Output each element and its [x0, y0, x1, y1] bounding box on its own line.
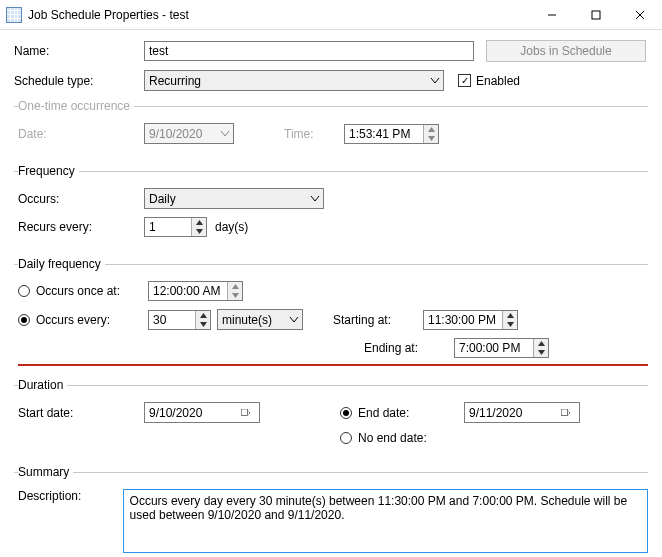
- enabled-label: Enabled: [476, 74, 520, 88]
- onetime-time-label: Time:: [284, 127, 344, 141]
- spin-down-icon[interactable]: [196, 320, 210, 329]
- svg-rect-1: [592, 11, 600, 19]
- maximize-button[interactable]: [574, 0, 618, 30]
- titlebar: Job Schedule Properties - test: [0, 0, 662, 30]
- name-input[interactable]: [144, 41, 474, 61]
- onetime-group: One-time occurrence Date: 9/10/2020 Time…: [14, 99, 648, 156]
- recurs-value[interactable]: [145, 218, 191, 236]
- start-date-picker[interactable]: 9/10/2020: [144, 402, 260, 423]
- occurs-once-time: [148, 281, 243, 301]
- occurs-value: Daily: [145, 192, 307, 206]
- starting-at-spinner[interactable]: [423, 310, 518, 330]
- daily-group: Daily frequency Occurs once at: Occurs e…: [14, 257, 648, 370]
- occurs-every-label: Occurs every:: [36, 313, 110, 327]
- minimize-button[interactable]: [530, 0, 574, 30]
- occurs-every-radio[interactable]: Occurs every:: [18, 313, 148, 327]
- ending-at-spinner[interactable]: [454, 338, 549, 358]
- description-textarea[interactable]: [123, 489, 648, 553]
- daily-legend: Daily frequency: [18, 257, 105, 271]
- onetime-date-label: Date:: [18, 127, 144, 141]
- radio-icon: [340, 407, 352, 419]
- occurs-every-value[interactable]: [149, 311, 195, 329]
- ending-at-label: Ending at:: [364, 341, 454, 355]
- occurs-every-unit: minute(s): [218, 313, 286, 327]
- onetime-time-value: [345, 125, 423, 143]
- onetime-time-spinner: [344, 124, 439, 144]
- name-label: Name:: [14, 44, 144, 58]
- chevron-down-icon: [427, 71, 443, 90]
- spin-down-icon: [424, 134, 438, 143]
- radio-icon: [18, 314, 30, 326]
- end-date-radio[interactable]: End date:: [340, 406, 464, 420]
- spin-down-icon[interactable]: [534, 348, 548, 357]
- svg-rect-5: [561, 409, 567, 415]
- spin-up-icon[interactable]: [503, 311, 517, 320]
- start-date-label: Start date:: [18, 406, 144, 420]
- onetime-date-value: 9/10/2020: [145, 127, 217, 141]
- chevron-down-icon: [286, 310, 302, 329]
- occurs-every-spinner[interactable]: [148, 310, 211, 330]
- end-date-picker[interactable]: 9/11/2020: [464, 402, 580, 423]
- jobs-in-schedule-button[interactable]: Jobs in Schedule: [486, 40, 646, 62]
- calendar-dropdown-icon: [553, 403, 579, 422]
- ending-at-value[interactable]: [455, 339, 533, 357]
- occurs-select[interactable]: Daily: [144, 188, 324, 209]
- chevron-down-icon: [217, 124, 233, 143]
- spin-up-icon[interactable]: [196, 311, 210, 320]
- close-button[interactable]: [618, 0, 662, 30]
- spin-down-icon[interactable]: [192, 227, 206, 236]
- occurs-once-value: [149, 282, 227, 300]
- summary-legend: Summary: [18, 465, 73, 479]
- radio-icon: [340, 432, 352, 444]
- occurs-once-label: Occurs once at:: [36, 284, 120, 298]
- onetime-date-select: 9/10/2020: [144, 123, 234, 144]
- frequency-group: Frequency Occurs: Daily Recurs every: da…: [14, 164, 648, 249]
- highlight-line: [18, 364, 648, 366]
- occurs-label: Occurs:: [18, 192, 144, 206]
- duration-legend: Duration: [18, 378, 67, 392]
- chevron-down-icon: [307, 189, 323, 208]
- svg-rect-4: [241, 409, 247, 415]
- onetime-legend: One-time occurrence: [18, 99, 134, 113]
- spin-down-icon[interactable]: [503, 320, 517, 329]
- spin-up-icon: [228, 282, 242, 291]
- description-label: Description:: [18, 489, 123, 503]
- summary-group: Summary Description:: [14, 465, 648, 557]
- app-icon: [6, 7, 22, 23]
- enabled-checkbox[interactable]: Enabled: [458, 74, 520, 88]
- spin-down-icon: [228, 291, 242, 300]
- starting-at-value[interactable]: [424, 311, 502, 329]
- occurs-once-radio[interactable]: Occurs once at:: [18, 284, 148, 298]
- start-date-value: 9/10/2020: [145, 406, 233, 420]
- occurs-every-unit-select[interactable]: minute(s): [217, 309, 303, 330]
- spin-up-icon: [424, 125, 438, 134]
- recurs-spinner[interactable]: [144, 217, 207, 237]
- end-date-label: End date:: [358, 406, 409, 420]
- spin-up-icon[interactable]: [192, 218, 206, 227]
- no-end-date-radio[interactable]: No end date:: [340, 431, 427, 445]
- frequency-legend: Frequency: [18, 164, 79, 178]
- window-title: Job Schedule Properties - test: [28, 8, 530, 22]
- recurs-label: Recurs every:: [18, 220, 144, 234]
- end-date-value: 9/11/2020: [465, 406, 553, 420]
- calendar-dropdown-icon: [233, 403, 259, 422]
- recurs-unit: day(s): [215, 220, 248, 234]
- schedule-type-label: Schedule type:: [14, 74, 144, 88]
- schedule-type-value: Recurring: [145, 74, 427, 88]
- spin-up-icon[interactable]: [534, 339, 548, 348]
- no-end-date-label: No end date:: [358, 431, 427, 445]
- duration-group: Duration Start date: 9/10/2020 End date:…: [14, 378, 648, 457]
- schedule-type-select[interactable]: Recurring: [144, 70, 444, 91]
- starting-at-label: Starting at:: [333, 313, 423, 327]
- radio-icon: [18, 285, 30, 297]
- checkbox-icon: [458, 74, 471, 87]
